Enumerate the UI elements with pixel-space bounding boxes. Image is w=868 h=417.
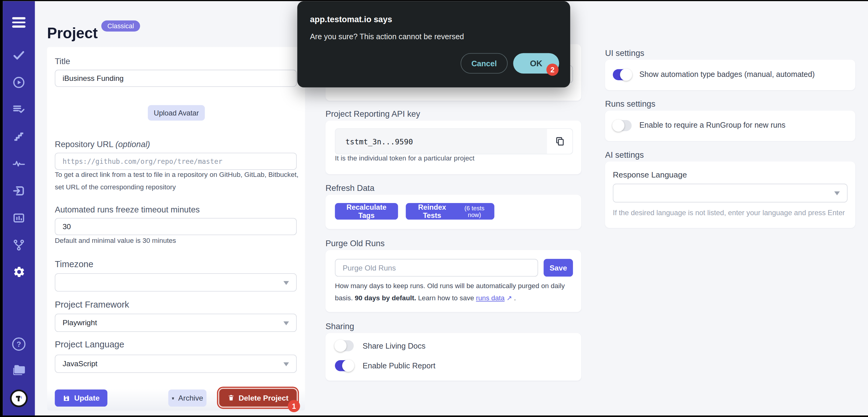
copy-button[interactable] (547, 129, 572, 154)
update-button-label: Update (74, 394, 99, 402)
external-link-icon: ↗ (506, 294, 512, 301)
recalculate-tags-button[interactable]: Recalculate Tags (335, 203, 398, 220)
purge-input[interactable] (335, 259, 538, 277)
runs-settings-label: Runs settings (605, 99, 655, 108)
sidebar-item-tests[interactable] (3, 49, 35, 62)
repository-url-label: Repository URL (optional) (55, 139, 150, 149)
delete-project-button[interactable]: Delete Project 1 (219, 389, 297, 407)
sidebar-item-branches[interactable] (3, 238, 35, 252)
archive-icon (172, 394, 174, 402)
ui-settings-label: UI settings (605, 48, 644, 58)
archive-button[interactable]: Archive (168, 389, 207, 406)
purge-old-runs-label: Purge Old Runs (326, 238, 384, 248)
sidebar-item-analytics[interactable] (3, 157, 35, 170)
dialog-title: app.testomat.io says (310, 14, 392, 24)
repository-url-input[interactable] (55, 153, 297, 170)
project-type-badge: Classical (101, 20, 140, 31)
sidebar-item-reports[interactable] (3, 211, 35, 225)
page-title: Project (47, 25, 98, 42)
share-living-docs-label: Share Living Docs (363, 341, 426, 350)
list-check-icon (12, 103, 26, 117)
trash-icon (227, 394, 235, 402)
update-button[interactable]: Update (55, 389, 107, 406)
enable-public-report-toggle[interactable] (335, 360, 354, 371)
sidebar: ? (3, 1, 35, 415)
confirm-dialog: app.testomat.io says Are you sure? This … (297, 1, 570, 88)
api-key-help: It is the individual token for a particu… (335, 152, 474, 164)
chevron-down-icon (283, 321, 289, 325)
freeze-timeout-label: Automated runs freeze timeout minutes (55, 204, 200, 214)
runs-data-link[interactable]: runs data (476, 294, 504, 301)
refresh-data-label: Refresh Data (326, 183, 374, 192)
sidebar-item-logo[interactable] (3, 389, 35, 407)
cancel-button[interactable]: Cancel (461, 53, 507, 73)
reindex-button-label: Reindex Tests (409, 203, 455, 220)
framework-value: Playwright (63, 319, 97, 327)
gear-icon (12, 266, 25, 279)
language-value: JavaScript (63, 359, 98, 368)
dialog-message: Are you sure? This action cannot be reve… (310, 33, 464, 41)
archive-button-label: Archive (178, 394, 203, 402)
play-circle-icon (12, 76, 26, 89)
api-key-label: Project Reporting API key (326, 109, 420, 119)
sidebar-item-settings[interactable] (3, 266, 35, 279)
sidebar-item-steps[interactable] (3, 130, 35, 143)
repository-url-optional-text: (optional) (116, 139, 150, 149)
menu-button[interactable] (3, 17, 35, 27)
title-label: Title (55, 57, 70, 66)
hamburger-icon (12, 17, 26, 27)
sidebar-item-results[interactable] (3, 103, 35, 117)
sidebar-item-help[interactable]: ? (3, 338, 35, 351)
delete-button-label: Delete Project (239, 394, 288, 402)
freeze-timeout-help: Default and minimal value is 30 minutes (55, 235, 176, 247)
purge-help-learn: Learn how to save (416, 294, 476, 301)
pulse-icon (11, 157, 26, 170)
bar-chart-icon (12, 211, 26, 225)
timezone-select[interactable] (55, 273, 297, 291)
title-input[interactable] (55, 70, 297, 87)
response-language-help: If the desired language is not listed, e… (613, 208, 845, 217)
ai-settings-label: AI settings (605, 150, 644, 159)
sidebar-item-projects[interactable] (3, 363, 35, 377)
response-language-select[interactable] (613, 184, 848, 202)
repository-url-label-text: Repository URL (55, 139, 113, 149)
show-badges-label: Show automation type badges (manual, aut… (639, 70, 815, 78)
sharing-label: Sharing (326, 322, 354, 331)
folder-icon (11, 363, 26, 377)
sidebar-item-import[interactable] (3, 184, 35, 198)
testomat-logo-icon (10, 389, 28, 407)
rungroup-label: Enable to require a RunGroup for new run… (639, 121, 785, 129)
framework-label: Project Framework (55, 300, 129, 310)
enable-public-report-label: Enable Public Report (363, 361, 435, 370)
api-key-field: tstmt_3n...9590 (335, 128, 573, 154)
sign-in-icon (12, 184, 26, 198)
app-viewport: ? Project Classical Title Upload Avatar … (0, 0, 868, 417)
timezone-label: Timezone (55, 260, 93, 269)
testomat-project-settings-page: ? Project Classical Title Upload Avatar … (3, 1, 868, 415)
check-icon (12, 49, 26, 62)
chevron-down-icon (283, 281, 289, 285)
git-branch-icon (12, 238, 26, 252)
sidebar-item-runs[interactable] (3, 76, 35, 89)
language-label: Project Language (55, 340, 124, 350)
language-select[interactable]: JavaScript (55, 355, 297, 373)
annotation-badge-1: 1 (288, 400, 300, 412)
copy-icon (554, 136, 565, 147)
response-language-label: Response Language (613, 170, 687, 179)
upload-avatar-button[interactable]: Upload Avatar (148, 105, 205, 121)
chevron-down-icon (834, 191, 840, 195)
api-key-value: tstmt_3n...9590 (336, 137, 547, 146)
stairs-icon (12, 130, 26, 143)
help-icon: ? (12, 338, 26, 351)
share-living-docs-toggle[interactable] (335, 340, 354, 351)
save-button[interactable]: Save (544, 259, 573, 277)
rungroup-toggle[interactable] (613, 120, 632, 131)
reindex-count-note: (6 tests now) (458, 204, 491, 218)
chevron-down-icon (283, 362, 289, 366)
framework-select[interactable]: Playwright (55, 314, 297, 332)
purge-help-bold: 90 days by default. (354, 294, 416, 301)
sharing-card (326, 333, 581, 381)
show-badges-toggle[interactable] (613, 69, 632, 80)
freeze-timeout-input[interactable] (55, 218, 297, 235)
reindex-tests-button[interactable]: Reindex Tests (6 tests now) (406, 203, 494, 220)
